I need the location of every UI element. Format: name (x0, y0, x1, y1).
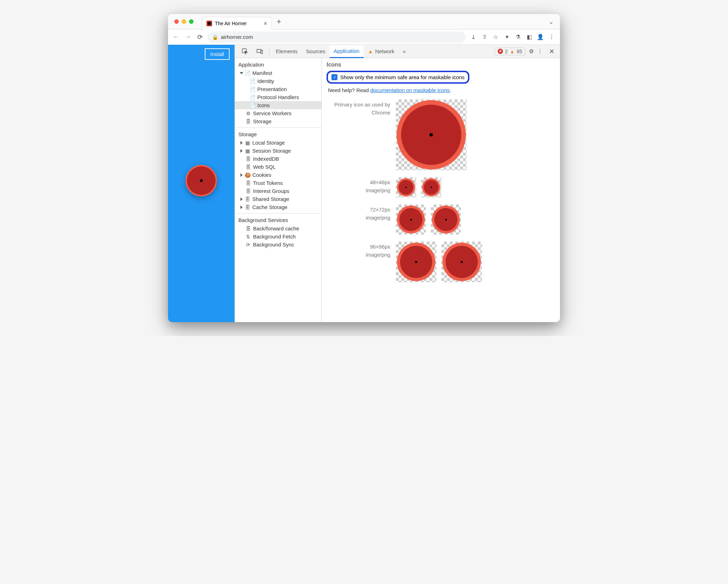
sidebar-item-service-workers[interactable]: ⚙Service Workers (235, 109, 321, 117)
address-bar[interactable]: 🔒 airhorner.com (207, 32, 465, 43)
airhorn-icon (397, 206, 425, 234)
labs-icon[interactable]: ⚗ (514, 34, 522, 41)
svg-rect-2 (261, 50, 262, 54)
new-tab-button[interactable]: + (277, 17, 281, 26)
docs-link[interactable]: documentation on maskable icons (370, 87, 450, 93)
primary-icon-row: Primary icon as used by Chrome (327, 99, 555, 170)
devtools-body: Application 📄Manifest 📄Identity 📄Present… (235, 58, 560, 322)
icon-mime-label: image/png (327, 251, 390, 259)
tab-dropdown-icon[interactable]: ⌄ (548, 18, 554, 26)
tab-close-icon[interactable]: × (264, 20, 267, 27)
section-background-services: Background Services (235, 216, 321, 224)
airhorn-icon (442, 243, 481, 281)
chevron-right-icon (240, 206, 243, 209)
icon-preview (421, 177, 441, 197)
database-icon: 🗄 (245, 226, 251, 231)
icon-preview (396, 99, 467, 170)
sidebar-item-storage[interactable]: 🗄Storage (235, 117, 321, 125)
tab-application[interactable]: Application (330, 45, 364, 58)
icons-panel: Icons ✓ Show only the minimum safe area … (322, 58, 560, 322)
content-area: Install Elements Sources Application ▲Ne… (168, 45, 560, 322)
sidebar-item-protocol-handlers[interactable]: 📄Protocol Handlers (235, 93, 321, 101)
install-button[interactable]: Install (205, 48, 230, 60)
toolbar-icons: ⤓ ⇧ ☆ ✦ ⚗ ◧ 👤 ⋮ (468, 34, 556, 41)
airhorn-icon (432, 206, 460, 234)
sidebar-item-cookies[interactable]: 🍪Cookies (235, 171, 321, 179)
close-window-button[interactable] (174, 19, 179, 24)
sidebar-item-session-storage[interactable]: ▦Session Storage (235, 147, 321, 155)
back-button[interactable]: ← (172, 33, 181, 41)
warning-icon: ▲ (510, 49, 515, 54)
warning-count: 85 (517, 49, 522, 54)
icon-size-label: 72×72px (327, 206, 390, 214)
issues-counter[interactable]: ✕ 2 ▲ 85 (495, 48, 525, 55)
cookie-icon: 🍪 (245, 172, 250, 178)
airhorn-icon (422, 178, 440, 196)
reload-button[interactable]: ⟳ (195, 33, 204, 41)
chevron-right-icon (240, 173, 243, 177)
inspect-element-icon[interactable] (238, 45, 252, 58)
icon-size-label: 96×96px (327, 243, 390, 251)
close-devtools-icon[interactable]: ✕ (546, 48, 557, 55)
browser-window: The Air Horner × + ⌄ ← → ⟳ 🔒 airhorner.c… (168, 14, 560, 322)
profile-icon[interactable]: 👤 (537, 34, 544, 41)
sidebar-item-bfcache[interactable]: 🗄Back/forward cache (235, 224, 321, 232)
maskable-checkbox[interactable]: ✓ (331, 74, 337, 80)
maskable-checkbox-row: ✓ Show only the minimum safe area for ma… (327, 71, 469, 84)
svg-rect-1 (257, 49, 261, 53)
tab-network[interactable]: ▲Network (364, 45, 399, 58)
sidebar-item-cache-storage[interactable]: 🗄Cache Storage (235, 203, 321, 211)
browser-tab[interactable]: The Air Horner × (202, 17, 272, 30)
extensions-icon[interactable]: ✦ (503, 34, 510, 41)
share-icon[interactable]: ⇧ (481, 34, 488, 41)
tab-sources[interactable]: Sources (302, 45, 330, 58)
warning-icon: ▲ (368, 48, 373, 54)
forward-button[interactable]: → (183, 33, 192, 41)
panel-heading: Icons (327, 62, 555, 68)
more-tabs-button[interactable]: » (399, 45, 410, 58)
sidebar-item-websql[interactable]: 🗄Web SQL (235, 163, 321, 171)
lock-icon: 🔒 (212, 34, 218, 40)
sidebar-item-manifest[interactable]: 📄Manifest (235, 69, 321, 77)
menu-icon[interactable]: ⋮ (548, 34, 555, 41)
titlebar: The Air Horner × + ⌄ (168, 14, 560, 29)
airhorn-icon (397, 243, 435, 281)
database-icon: 🗄 (245, 180, 251, 186)
tab-elements[interactable]: Elements (272, 45, 302, 58)
sidebar-item-icons[interactable]: 📄Icons (235, 101, 321, 109)
section-storage: Storage (235, 130, 321, 139)
icon-row-48: 48×48px image/png (327, 177, 555, 197)
sidebar-item-background-fetch[interactable]: ⇅Background Fetch (235, 232, 321, 241)
window-controls (174, 19, 194, 24)
primary-icon-label: Primary icon as used by Chrome (327, 99, 396, 117)
maximize-window-button[interactable] (189, 19, 194, 24)
sync-icon: ⟳ (245, 242, 251, 248)
sidebar-item-identity[interactable]: 📄Identity (235, 77, 321, 85)
sidebar-item-trust-tokens[interactable]: 🗄Trust Tokens (235, 179, 321, 187)
sidebar-item-indexeddb[interactable]: 🗄IndexedDB (235, 155, 321, 163)
page-viewport: Install (168, 45, 234, 322)
minimize-window-button[interactable] (182, 19, 186, 24)
help-text: Need help? Read documentation on maskabl… (328, 87, 555, 93)
tab-title: The Air Horner (215, 21, 247, 26)
file-icon: 📄 (250, 103, 255, 108)
bookmark-icon[interactable]: ☆ (492, 34, 499, 41)
install-app-icon[interactable]: ⤓ (470, 34, 477, 41)
device-toolbar-icon[interactable] (252, 45, 267, 58)
kebab-icon[interactable]: ⋮ (537, 48, 543, 55)
panel-icon[interactable]: ◧ (526, 34, 533, 41)
icon-preview (396, 204, 426, 235)
icon-preview (431, 204, 461, 235)
chevron-right-icon (240, 141, 243, 145)
file-icon: 📄 (245, 70, 250, 76)
sidebar-item-shared-storage[interactable]: 🗄Shared Storage (235, 195, 321, 203)
icon-preview (441, 242, 482, 282)
sidebar-item-presentation[interactable]: 📄Presentation (235, 85, 321, 93)
sidebar-item-interest-groups[interactable]: 🗄Interest Groups (235, 187, 321, 195)
sidebar-item-background-sync[interactable]: ⟳Background Sync (235, 241, 321, 249)
favicon-icon (206, 21, 212, 26)
airhorn-button[interactable] (186, 165, 217, 196)
sidebar-item-local-storage[interactable]: ▦Local Storage (235, 139, 321, 147)
settings-icon[interactable]: ⚙ (529, 48, 534, 55)
file-icon: 📄 (250, 86, 255, 92)
